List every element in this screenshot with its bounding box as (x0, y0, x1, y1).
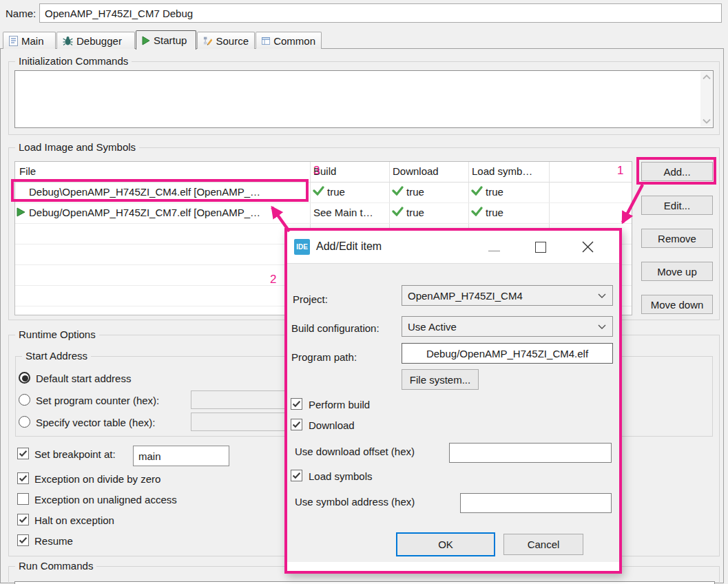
tab-startup-label: Startup (154, 34, 187, 46)
exception-divide-zero-checkbox[interactable] (17, 472, 29, 484)
load-symbols-checkbox[interactable] (291, 470, 302, 481)
annotation-box-add-button (636, 157, 716, 185)
ide-app-icon-label: IDE (296, 243, 308, 251)
resume-checkbox[interactable] (17, 534, 29, 546)
name-input[interactable] (39, 3, 722, 23)
run-commands-textarea[interactable] (14, 581, 715, 584)
tab-main[interactable]: Main (3, 32, 56, 49)
file-system-button[interactable]: File system... (402, 369, 479, 390)
column-header-load-symbols[interactable]: Load symb… (472, 165, 532, 177)
build-configuration-dropdown[interactable]: Use Active (402, 316, 613, 337)
cancel-button-label: Cancel (528, 539, 560, 550)
set-program-counter-radio[interactable] (19, 394, 30, 406)
document-icon (9, 36, 18, 46)
initialization-commands-textarea[interactable] (14, 70, 714, 128)
tab-debugger-label: Debugger (76, 35, 122, 47)
file-cell: Debug/OpenAMP_H745ZI_CM7.elf [OpenAMP_… (29, 207, 308, 218)
ide-app-icon: IDE (294, 239, 310, 255)
name-label: Name: (6, 8, 36, 20)
build-configuration-label: Build configuration: (291, 322, 379, 335)
ok-button[interactable]: OK (396, 532, 495, 556)
project-dropdown[interactable]: OpenAMP_H745ZI_CM4 (402, 285, 613, 306)
scroll-down-icon[interactable] (703, 118, 711, 124)
load-symbols-cell: true (486, 207, 503, 218)
remove-button-label: Remove (658, 233, 696, 244)
dialog-title: Add/Edit item (316, 240, 382, 253)
move-down-button-label: Move down (651, 299, 704, 311)
download-cell: true (406, 186, 424, 198)
tab-source[interactable]: Source (197, 32, 255, 49)
row-divider (15, 223, 632, 224)
symbol-address-input[interactable] (460, 493, 612, 513)
cancel-button[interactable]: Cancel (503, 534, 583, 555)
maximize-icon[interactable] (535, 242, 546, 253)
table-row[interactable]: Debug/OpenAMP_H745ZI_CM7.elf [OpenAMP_… … (15, 203, 633, 223)
column-header-file[interactable]: File (19, 165, 36, 177)
move-up-button[interactable]: Move up (641, 262, 713, 281)
tab-common-label: Common (273, 35, 315, 47)
move-down-button[interactable]: Move down (641, 295, 713, 314)
edit-button-label: Edit... (664, 200, 690, 211)
default-start-address-radio[interactable] (19, 372, 30, 384)
build-cell: See Main t… (313, 207, 377, 218)
source-tree-icon (203, 36, 212, 46)
program-path-input[interactable] (402, 343, 613, 364)
check-icon (471, 186, 483, 197)
set-breakpoint-label: Set breakpoint at: (34, 448, 116, 461)
exception-unaligned-checkbox[interactable] (17, 493, 29, 505)
annotation-number-3: 3 (313, 164, 320, 178)
check-icon (392, 207, 404, 218)
set-breakpoint-checkbox[interactable] (17, 448, 29, 459)
move-up-button-label: Move up (657, 266, 697, 278)
dialog-titlebar[interactable]: IDE Add/Edit item (287, 231, 619, 264)
scroll-up-icon[interactable] (703, 74, 711, 80)
bug-icon (63, 36, 73, 46)
annotation-number-2: 2 (270, 273, 276, 286)
perform-build-label: Perform build (309, 399, 370, 411)
initialization-commands-title: Initialization Commands (15, 55, 132, 67)
resume-label: Resume (34, 535, 73, 548)
tab-source-label: Source (216, 35, 249, 47)
check-icon (471, 207, 483, 218)
load-image-title: Load Image and Symbols (15, 141, 139, 153)
load-symbols-cell: true (486, 186, 503, 198)
play-icon (17, 207, 26, 217)
perform-build-checkbox[interactable] (291, 398, 302, 410)
build-configuration-value: Use Active (408, 321, 457, 333)
download-checkbox[interactable] (291, 419, 302, 430)
tab-common[interactable]: Common (256, 32, 322, 49)
column-header-download[interactable]: Download (393, 165, 439, 177)
dialog-footer-strip (287, 562, 619, 571)
check-icon (313, 186, 325, 197)
chevron-down-icon (598, 293, 606, 298)
program-path-label: Program path: (291, 351, 357, 364)
check-icon (392, 186, 404, 197)
remove-button[interactable]: Remove (641, 229, 713, 248)
scrollbar[interactable] (700, 72, 712, 127)
download-label: Download (309, 419, 355, 432)
initialization-commands-group: Initialization Commands (8, 61, 720, 135)
chevron-down-icon (598, 324, 606, 329)
halt-on-exception-label: Halt on exception (34, 514, 114, 527)
add-edit-item-dialog: IDE Add/Edit item Project: OpenAMP_H745Z… (284, 228, 622, 574)
edit-button[interactable]: Edit... (641, 196, 713, 215)
tab-startup[interactable]: Startup (136, 30, 196, 50)
runtime-options-title: Runtime Options (15, 328, 99, 340)
tab-debugger[interactable]: Debugger (56, 32, 135, 49)
download-cell: true (406, 207, 424, 218)
minimize-icon[interactable] (488, 251, 500, 251)
project-label: Project: (293, 293, 328, 306)
run-commands-title: Run Commands (15, 560, 96, 572)
default-start-address-label: Default start address (36, 373, 131, 385)
halt-on-exception-checkbox[interactable] (17, 514, 29, 525)
tab-main-label: Main (21, 35, 44, 47)
play-icon (142, 36, 150, 45)
project-value: OpenAMP_H745ZI_CM4 (408, 290, 523, 302)
download-offset-input[interactable] (449, 443, 612, 463)
close-icon[interactable] (582, 241, 594, 253)
build-cell: true (327, 186, 345, 198)
specify-vector-table-radio[interactable] (19, 416, 30, 428)
symbol-address-label: Use symbol address (hex) (295, 496, 415, 508)
table-icon (262, 36, 270, 45)
breakpoint-input[interactable] (133, 446, 229, 466)
